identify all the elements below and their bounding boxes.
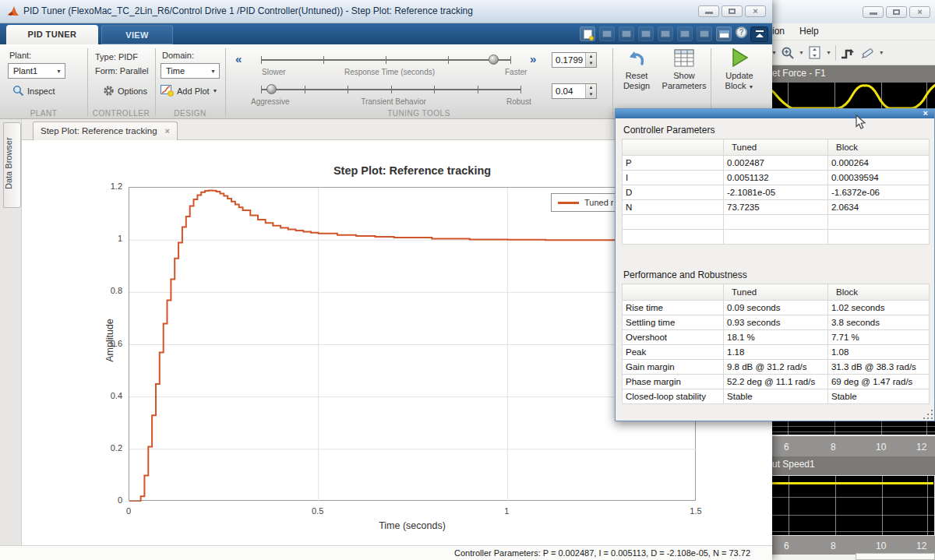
close-button[interactable]: ×	[909, 6, 930, 18]
table-row[interactable]: N73.72352.0634	[623, 200, 930, 215]
close-panel-icon[interactable]: ×	[923, 107, 928, 118]
step-response-plot[interactable]	[129, 187, 696, 501]
scope2-plot	[768, 475, 935, 536]
column-header: Tuned	[724, 139, 828, 156]
transient-behavior-value[interactable]: 0.04 ▲ ▼	[552, 83, 597, 99]
add-plot-button[interactable]: Add Plot ▼	[161, 85, 218, 97]
row-value: -2.1081e-05	[724, 185, 828, 200]
menu-item-help[interactable]: Help	[799, 26, 819, 37]
x-tick-label: 1.5	[680, 506, 711, 516]
row-value	[724, 215, 828, 230]
step-plot-tab[interactable]: Step Plot: Reference tracking×	[33, 122, 178, 140]
toolbar-separator	[835, 45, 836, 61]
spinner-arrows[interactable]: ▲ ▼	[585, 84, 596, 98]
spinner-arrows[interactable]: ▲ ▼	[585, 53, 596, 67]
minimize-button[interactable]	[698, 5, 719, 17]
table-row[interactable]: Gain margin9.8 dB @ 31.2 rad/s31.3 dB @ …	[623, 360, 930, 375]
spin-down-icon: ▼	[586, 60, 596, 67]
chevron-down-icon: ▼	[210, 69, 216, 74]
slider-thumb[interactable]	[266, 84, 277, 94]
dropdown-caret-icon[interactable]: ▼	[771, 50, 777, 55]
zoom-in-icon[interactable]	[781, 46, 795, 60]
table-row[interactable]: Peak1.181.08	[623, 345, 930, 360]
dropdown-caret-icon[interactable]: ▼	[879, 50, 884, 55]
resize-grip-icon[interactable]	[923, 410, 933, 419]
row-value: 73.7235	[724, 200, 828, 215]
close-tab-icon[interactable]: ×	[165, 126, 170, 136]
column-header: Tuned	[724, 284, 828, 301]
table-row[interactable]: Overshoot18.1 %7.71 %	[623, 330, 930, 345]
y-tick-label: 0.4	[96, 391, 122, 400]
table-row[interactable]: D-2.1081e-05-1.6372e-06	[623, 185, 930, 200]
fast-slower-button[interactable]: «	[235, 52, 242, 65]
mouse-cursor	[856, 114, 868, 130]
copy-icon[interactable]	[638, 26, 654, 41]
y-tick-label: 0.6	[96, 339, 122, 348]
plant-label: Plant:	[9, 51, 31, 60]
dropdown-caret-icon[interactable]: ▼	[799, 50, 804, 55]
restore-button[interactable]	[886, 6, 907, 18]
table-row[interactable]: P0.0024870.000264	[623, 156, 930, 171]
cut-icon[interactable]	[619, 26, 634, 41]
undo-icon[interactable]	[677, 26, 693, 41]
response-time-value[interactable]: 0.1799 ▲ ▼	[552, 52, 597, 68]
table-row[interactable]: Settling time0.93 seconds3.8 seconds	[623, 315, 930, 330]
table-row[interactable]: Phase margin52.2 deg @ 11.1 rad/s69 deg …	[623, 375, 930, 389]
row-value: 0.00039594	[827, 171, 929, 185]
scope2-title: ut Speed1	[772, 459, 815, 470]
fast-faster-button[interactable]: »	[530, 52, 536, 65]
table-row[interactable]	[623, 230, 930, 245]
matlab-logo-icon	[7, 5, 19, 17]
row-label: P	[623, 156, 724, 171]
help-icon[interactable]: ?	[736, 26, 747, 38]
transient-behavior-slider[interactable]	[261, 89, 520, 90]
y-tick-label: 1	[96, 234, 122, 243]
scope2-titlebar: ut Speed1	[768, 456, 935, 475]
tab-view[interactable]: VIEW	[101, 25, 173, 44]
response-time-slider[interactable]	[261, 59, 510, 61]
pid-titlebar[interactable]: PID Tuner (FlexoMac_TC_2Lin_R6/Control D…	[0, 0, 772, 23]
row-value: 0.93 seconds	[724, 315, 828, 330]
menu-item-simulation[interactable]: ion	[772, 26, 785, 37]
inspect-button[interactable]: Inspect	[12, 85, 55, 97]
tab-pid-tuner[interactable]: PID TUNER	[6, 25, 98, 44]
controller-type: Type: PIDF	[95, 52, 138, 62]
show-parameters-button[interactable]: Show Parameters	[659, 49, 709, 91]
row-value: 69 deg @ 1.47 rad/s	[827, 375, 929, 389]
row-value	[827, 230, 929, 245]
dropdown-caret-icon[interactable]: ▼	[826, 50, 831, 55]
options-button[interactable]: Options	[103, 85, 147, 97]
data-browser-tab[interactable]: Data Browser	[3, 122, 21, 208]
table-row[interactable]	[623, 215, 930, 230]
save-icon[interactable]	[599, 26, 615, 41]
restore-button[interactable]	[722, 5, 743, 17]
row-label: Overshoot	[623, 330, 724, 345]
close-button[interactable]: ×	[745, 5, 766, 17]
table-row[interactable]: I0.00511320.00039594	[623, 171, 930, 185]
y-tick-label: 1.2	[96, 181, 122, 191]
table-row[interactable]: Closed-loop stabilityStableStable	[623, 389, 930, 404]
panel-titlebar[interactable]: ×	[616, 109, 934, 118]
domain-dropdown[interactable]: Time ▼	[161, 63, 220, 79]
signal-step-icon[interactable]	[840, 46, 856, 60]
performance-robustness-table[interactable]: TunedBlockRise time0.09 seconds1.02 seco…	[622, 284, 930, 404]
y-tick-label: 0.8	[96, 286, 122, 295]
row-value: 2.0634	[827, 200, 929, 215]
controller-parameters-table[interactable]: TunedBlockP0.0024870.000264I0.00511320.0…	[622, 139, 930, 245]
pencil-icon[interactable]	[859, 46, 875, 60]
row-label: Rise time	[623, 301, 724, 315]
minimize-button[interactable]	[863, 6, 884, 18]
x-axis-label: Time (seconds)	[129, 520, 696, 531]
slider-thumb[interactable]	[489, 55, 499, 65]
layout-icon[interactable]	[716, 26, 732, 41]
fit-view-icon[interactable]	[808, 46, 822, 60]
export-figure-icon[interactable]	[580, 26, 595, 41]
paste-icon[interactable]	[658, 26, 673, 41]
update-block-button[interactable]: Update Block ▼	[715, 48, 764, 92]
table-row[interactable]: Rise time0.09 seconds1.02 seconds	[623, 301, 930, 315]
redo-icon[interactable]	[697, 26, 712, 41]
plant-dropdown[interactable]: Plant1 ▼	[8, 63, 65, 79]
reset-design-button[interactable]: Reset Design	[614, 49, 659, 91]
row-value: 1.18	[724, 345, 828, 360]
minimize-ribbon-button[interactable]	[750, 26, 768, 42]
